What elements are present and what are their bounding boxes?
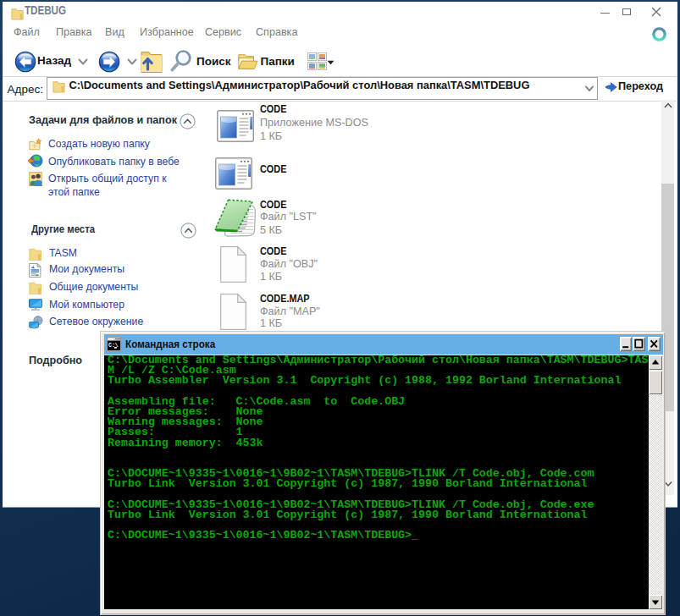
svg-text:C:\: C:\ (108, 342, 119, 348)
